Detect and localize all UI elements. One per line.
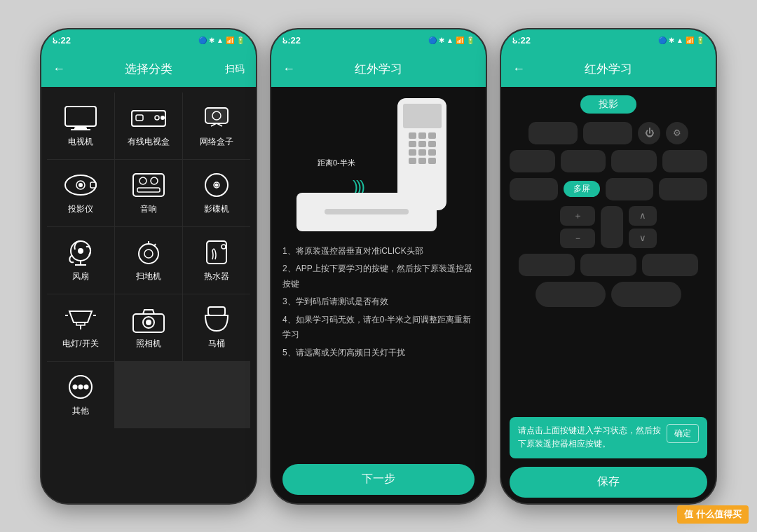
back-button-3[interactable]: ← — [512, 62, 525, 76]
rmt-btn-3-4[interactable] — [659, 178, 707, 200]
distance-label: 距离0-半米 — [318, 158, 355, 168]
arrow-down-btn[interactable]: ∨ — [629, 229, 657, 248]
category-item-fan[interactable]: 风扇 — [47, 227, 114, 294]
svg-point-23 — [79, 249, 83, 253]
notification-dot — [54, 35, 60, 41]
next-button[interactable]: 下一步 — [282, 464, 475, 495]
rmt-oval-1[interactable] — [536, 282, 606, 307]
svg-point-6 — [161, 116, 164, 119]
remote-buttons: ⏻ ⚙ 多屏 — [510, 122, 707, 307]
phone-category: 8:22 🔵 ✱ ▲ 📶 🔋 ← 选择分类 扫码 — [40, 28, 257, 505]
rmt-btn-4-3[interactable] — [642, 254, 698, 276]
status-icons-1: 🔵 ✱ ▲ 📶 🔋 — [198, 36, 245, 44]
rmt-btn-2-3[interactable] — [611, 150, 657, 172]
light-icon — [62, 306, 99, 334]
vol-down-btn[interactable]: － — [560, 229, 595, 248]
svg-point-43 — [79, 385, 83, 388]
category-label-projector: 投影仪 — [68, 203, 93, 215]
remote-row-2 — [510, 150, 707, 172]
status-bar-3: 8:22 🔵 ✱ ▲ 📶 🔋 — [501, 29, 716, 52]
status-icons-2: 🔵 ✱ ▲ 📶 🔋 — [428, 36, 475, 44]
category-item-camera[interactable]: 照相机 — [115, 294, 182, 361]
category-label-networkbox: 网络盒子 — [200, 136, 233, 148]
phone-ir-remote: 8:22 🔵 ✱ ▲ 📶 🔋 ← 红外学习 投影 — [500, 28, 717, 505]
category-item-tv[interactable]: 电视机 — [47, 93, 114, 159]
header-title-2: 红外学习 — [355, 61, 402, 77]
rmt-btn-4-2[interactable] — [580, 254, 636, 276]
category-label-vacuum: 扫地机 — [136, 271, 161, 282]
remote-vol-row: ＋ － ∧ ∨ — [510, 206, 707, 248]
category-body: 电视机 有线电视盒 — [41, 87, 256, 505]
category-label-other: 其他 — [72, 405, 89, 417]
vol-up-btn[interactable]: ＋ — [560, 206, 595, 226]
instruction-5: 5、请远离或关闭高频日关灯干扰 — [282, 346, 475, 361]
rmt-btn-settings[interactable]: ⚙ — [666, 122, 688, 144]
svg-rect-32 — [76, 322, 85, 325]
projector-icon — [62, 171, 99, 199]
watermark: 值 什么值得买 — [677, 505, 749, 524]
header-title-3: 红外学习 — [585, 61, 632, 77]
category-item-dvd[interactable]: 影碟机 — [183, 160, 250, 226]
speaker-icon — [130, 171, 167, 199]
category-item-other[interactable]: 其他 — [47, 362, 114, 428]
camera-icon — [130, 306, 167, 334]
save-button[interactable]: 保存 — [510, 467, 707, 498]
category-label-fan: 风扇 — [72, 271, 89, 282]
category-label-dvd: 影碟机 — [204, 203, 229, 215]
category-label-tv: 电视机 — [68, 136, 93, 148]
svg-point-5 — [155, 116, 159, 120]
svg-point-44 — [85, 385, 88, 388]
arrow-col: ∧ ∨ — [629, 206, 657, 248]
svg-point-38 — [146, 320, 151, 325]
notification-dot-3 — [514, 35, 519, 41]
category-item-vacuum[interactable]: 扫地机 — [115, 227, 182, 294]
instruction-3: 3、学到码后请测试是否有效 — [282, 294, 475, 310]
header-title-1: 选择分类 — [125, 61, 172, 77]
header-3: ← 红外学习 — [501, 52, 716, 87]
category-label-cablebox: 有线电视盒 — [128, 136, 170, 148]
rmt-btn-center[interactable] — [601, 206, 623, 248]
svg-point-26 — [139, 244, 158, 264]
category-item-speaker[interactable]: 音响 — [115, 160, 182, 226]
category-label-camera: 照相机 — [136, 338, 161, 350]
category-label-light: 电灯/开关 — [62, 338, 98, 350]
rmt-btn-4-1[interactable] — [519, 254, 575, 276]
instruction-1: 1、将原装遥控器垂直对准iCLICK头部 — [282, 244, 475, 259]
dvd-icon — [198, 171, 235, 199]
category-item-projector[interactable]: 投影仪 — [47, 160, 114, 226]
scan-button[interactable]: 扫码 — [225, 63, 245, 76]
rmt-oval-2[interactable] — [611, 282, 681, 307]
remote-row-5 — [510, 282, 707, 307]
category-item-waterheater[interactable]: 热水器 — [183, 227, 250, 294]
category-item-cablebox[interactable]: 有线电视盒 — [115, 93, 182, 159]
cablebox-icon — [130, 104, 167, 132]
arrow-up-btn[interactable]: ∧ — [629, 206, 657, 226]
confirm-button[interactable]: 确定 — [667, 424, 699, 443]
back-button-1[interactable]: ← — [53, 62, 65, 76]
remote-ui-container: 投影 ⏻ ⚙ — [501, 87, 716, 418]
toilet-icon — [198, 306, 235, 334]
save-btn-area: 保存 — [501, 458, 716, 505]
rmt-btn-2-4[interactable] — [662, 150, 708, 172]
category-item-toilet[interactable]: 马桶 — [183, 294, 250, 361]
iclick-device — [296, 193, 437, 231]
rmt-btn-1-1[interactable] — [528, 122, 578, 144]
header-2: ← 红外学习 — [271, 52, 486, 87]
category-item-networkbox[interactable]: 网络盒子 — [183, 93, 250, 159]
vacuum-icon — [130, 238, 167, 266]
device-label-tag: 投影 — [580, 95, 636, 114]
rmt-btn-2-1[interactable] — [510, 150, 555, 172]
networkbox-icon — [198, 104, 235, 132]
back-button-2[interactable]: ← — [282, 62, 295, 76]
svg-point-21 — [216, 184, 218, 186]
rmt-btn-3-1[interactable] — [510, 178, 558, 200]
category-item-light[interactable]: 电灯/开关 — [47, 294, 114, 361]
instructions-list: 1、将原装遥控器垂直对准iCLICK头部 2、APP上按下要学习的按键，然后按下… — [282, 244, 475, 456]
svg-point-42 — [74, 385, 77, 388]
rmt-btn-1-2[interactable] — [583, 122, 632, 144]
category-grid: 电视机 有线电视盒 — [47, 93, 250, 428]
rmt-btn-3-3[interactable] — [606, 178, 654, 200]
rmt-btn-power[interactable]: ⏻ — [638, 122, 660, 144]
svg-rect-39 — [208, 307, 225, 315]
rmt-btn-2-2[interactable] — [561, 150, 606, 172]
